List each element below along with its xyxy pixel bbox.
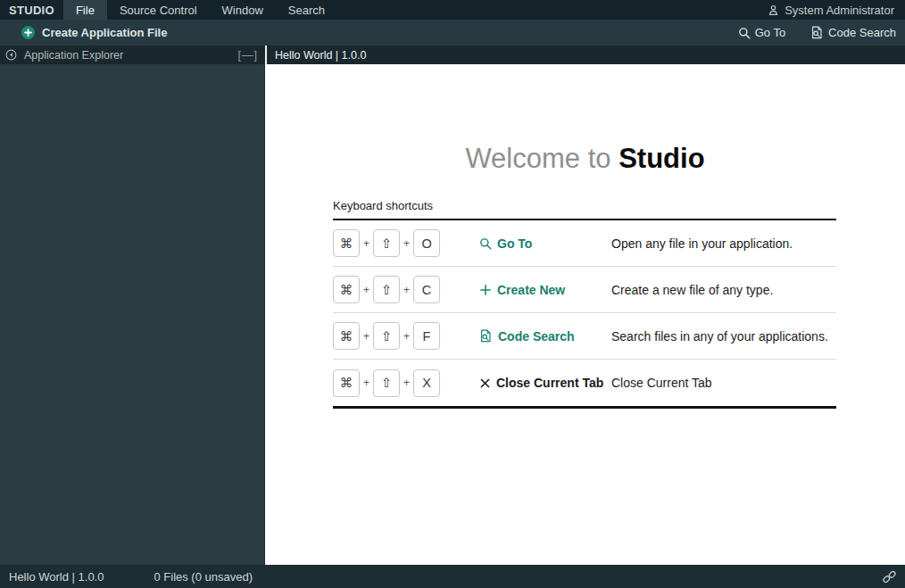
person-icon [768, 4, 779, 16]
keyboard-shortcuts-section: Keyboard shortcuts ⌘+⇧+O Go To Open any … [333, 199, 836, 409]
shortcut-description: Close Current Tab [611, 376, 836, 390]
shortcut-action-label: Go To [497, 236, 532, 251]
keycap: C [413, 276, 440, 303]
menu-item-file[interactable]: File [63, 0, 107, 20]
keycap: O [413, 229, 440, 257]
application-explorer-header: Application Explorer [—] [0, 46, 265, 64]
keycap: X [413, 369, 440, 397]
go-to-label: Go To [755, 26, 785, 39]
header-row: Application Explorer [—] Hello World | 1… [0, 46, 905, 64]
shortcut-action-link[interactable]: Code Search [479, 329, 611, 344]
shortcut-row: ⌘+⇧+C Create New Create a new file of an… [333, 267, 836, 313]
code-search-icon [810, 26, 824, 39]
code-search-label: Code Search [828, 26, 896, 39]
shortcut-action-link[interactable]: Close Current Tab [479, 376, 611, 390]
user-name: System Administrator [785, 4, 894, 17]
keycap: ⇧ [373, 322, 400, 350]
plus-separator: + [363, 377, 369, 389]
collapse-panel-button[interactable]: [—] [238, 49, 258, 62]
create-application-file-label: Create Application File [42, 26, 167, 39]
shortcut-keys: ⌘+⇧+O [333, 229, 479, 257]
menu-item-window[interactable]: Window [210, 0, 276, 20]
menu-item-source-control[interactable]: Source Control [107, 0, 210, 20]
keyboard-shortcuts-heading: Keyboard shortcuts [333, 199, 836, 219]
circle-arrow-left-icon[interactable] [5, 49, 17, 61]
create-application-file-button[interactable]: Create Application File [0, 26, 178, 39]
shortcut-row: ⌘+⇧+F Code Search Search files in any of… [333, 313, 836, 360]
code-search-button[interactable]: Code Search [798, 26, 905, 39]
shortcut-row: ⌘+⇧+X Close Current Tab Close Current Ta… [333, 360, 836, 406]
plus-separator: + [363, 284, 369, 296]
shortcut-keys: ⌘+⇧+C [333, 276, 479, 303]
menu-item-search[interactable]: Search [276, 0, 337, 20]
keycap: F [413, 322, 440, 350]
welcome-prefix: Welcome to [465, 143, 619, 174]
plus-separator: + [363, 237, 369, 250]
plus-separator: + [403, 237, 410, 250]
menubar-spacer [337, 0, 757, 20]
shortcut-action-label: Create New [497, 283, 565, 297]
menu-bar: STUDIO File Source Control Window Search… [0, 0, 905, 20]
code-search-icon [479, 329, 493, 343]
shortcut-action-link[interactable]: Go To [479, 236, 611, 251]
plus-icon [479, 284, 492, 296]
welcome-page: Welcome to Studio Keyboard shortcuts ⌘+⇧… [265, 64, 905, 565]
plus-separator: + [403, 377, 410, 389]
application-explorer-panel[interactable] [0, 64, 265, 565]
tab-hello-world[interactable]: Hello World | 1.0.0 [267, 46, 378, 64]
keycap: ⌘ [333, 322, 360, 350]
shortcut-action-label: Code Search [498, 329, 575, 344]
plus-separator: + [403, 284, 410, 296]
plus-separator: + [403, 330, 410, 343]
search-icon [479, 237, 492, 250]
keycap: ⇧ [373, 369, 400, 397]
search-icon [738, 27, 751, 39]
keycap: ⌘ [333, 229, 360, 257]
shortcut-keys: ⌘+⇧+F [333, 322, 479, 350]
keycap: ⌘ [333, 276, 360, 303]
tab-strip: Hello World | 1.0.0 [267, 46, 905, 64]
page-title: Welcome to Studio [265, 143, 905, 175]
shortcut-action-label: Close Current Tab [496, 376, 603, 390]
disconnected-icon[interactable] [882, 569, 905, 584]
status-project: Hello World | 1.0.0 [0, 570, 104, 584]
close-icon [479, 377, 491, 389]
keycap: ⌘ [333, 369, 360, 397]
app-logo[interactable]: STUDIO [0, 0, 63, 20]
keyboard-shortcuts-table: ⌘+⇧+O Go To Open any file in your applic… [333, 219, 836, 409]
shortcut-description: Create a new file of any type. [611, 283, 836, 297]
shortcut-keys: ⌘+⇧+X [333, 369, 479, 397]
go-to-button[interactable]: Go To [726, 26, 798, 39]
welcome-emphasis: Studio [619, 143, 704, 174]
body: Welcome to Studio Keyboard shortcuts ⌘+⇧… [0, 64, 905, 565]
user-menu[interactable]: System Administrator [757, 0, 905, 20]
status-bar: Hello World | 1.0.0 0 Files (0 unsaved) [0, 565, 905, 588]
shortcut-description: Open any file in your application. [611, 236, 836, 251]
plus-circle-icon [21, 26, 35, 39]
shortcut-action-link[interactable]: Create New [479, 283, 611, 297]
plus-separator: + [363, 330, 369, 343]
status-files-count: 0 Files (0 unsaved) [154, 570, 253, 584]
shortcut-description: Search files in any of your applications… [611, 329, 836, 344]
keycap: ⇧ [373, 276, 400, 303]
application-explorer-title: Application Explorer [24, 49, 231, 62]
shortcut-row: ⌘+⇧+O Go To Open any file in your applic… [333, 220, 836, 267]
keycap: ⇧ [373, 229, 400, 257]
toolbar: Create Application File Go To Code Searc… [0, 20, 905, 46]
